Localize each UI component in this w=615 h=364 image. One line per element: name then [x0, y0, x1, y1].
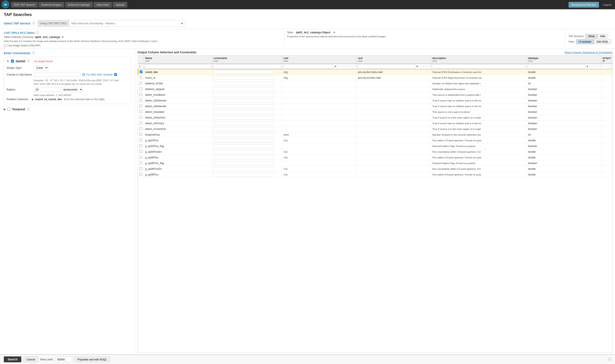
row-checkbox[interactable]: [139, 150, 142, 153]
position-coords: coord_ra, coord_dec: [35, 98, 62, 101]
row-constraints[interactable]: [212, 138, 282, 143]
ned-button[interactable]: ⧉ Try NED then Simbad: [82, 72, 117, 77]
radius-input[interactable]: 10: [34, 87, 59, 92]
unit-filter-input[interactable]: [283, 65, 334, 68]
position-expand-icon[interactable]: ▶: [32, 98, 34, 101]
row-checkbox[interactable]: [139, 116, 142, 119]
spatial-collapse-icon[interactable]: ▼: [7, 60, 9, 63]
tap-service-chevron-icon[interactable]: ▼: [179, 22, 185, 25]
spatial-help-icon[interactable]: ⓘ: [27, 59, 30, 63]
spatial-label: Spatial: [16, 59, 25, 63]
row-checkbox[interactable]: [139, 93, 142, 96]
background-monitor-button[interactable]: Background Monitor: [569, 2, 599, 8]
row-checkbox-cell: [138, 172, 144, 178]
row-checkbox[interactable]: [139, 144, 142, 147]
temporal-expand-icon[interactable]: ▶: [4, 108, 6, 111]
row-constraints[interactable]: [212, 143, 282, 149]
row-constraints[interactable]: [212, 109, 282, 115]
row-constraints[interactable]: [212, 132, 282, 138]
row-limit-input[interactable]: 50000: [55, 357, 72, 362]
row-unit: nJy: [282, 155, 357, 160]
populate-adql-button[interactable]: Populate and edit ADQL: [74, 357, 110, 362]
add-chart-button[interactable]: Add Chart: [94, 2, 112, 8]
row-constraints[interactable]: [212, 87, 282, 92]
collection-chevron-icon[interactable]: ▼: [60, 36, 65, 39]
row-constraints[interactable]: [212, 126, 282, 132]
reset-columns-link[interactable]: Reset Column Selections & Constraints: [564, 51, 613, 54]
external-images-button[interactable]: External Images: [39, 2, 64, 8]
row-name: detect_isDeblende: [144, 104, 212, 109]
row-checkbox[interactable]: [139, 99, 142, 102]
external-catalogs-button[interactable]: External Catalogs: [65, 2, 93, 8]
row-description: This source is not a part of a blend.: [431, 109, 527, 115]
position-label: Position Columns:: [7, 98, 32, 101]
constraints-help-icon[interactable]: ⓘ: [32, 51, 35, 55]
logout-button[interactable]: Logout: [601, 2, 613, 8]
row-checkbox[interactable]: [139, 139, 142, 142]
shape-type-label: Shape Type:: [7, 66, 32, 69]
row-checkbox[interactable]: [139, 88, 142, 90]
row-checkbox-cell: [138, 160, 144, 166]
row-checkbox[interactable]: [140, 70, 142, 73]
upload-button[interactable]: Upload: [113, 2, 127, 8]
name-filter-input[interactable]: [145, 65, 211, 68]
row-constraints[interactable]: [212, 81, 282, 87]
tap-service-url-input[interactable]: [69, 22, 179, 25]
row-checkbox[interactable]: [139, 167, 142, 170]
row-checkbox[interactable]: [139, 104, 142, 107]
row-constraints[interactable]: [212, 92, 282, 98]
row-checkbox[interactable]: [139, 76, 142, 79]
temporal-help-icon[interactable]: ⓘ: [27, 107, 30, 111]
spatial-checkbox[interactable]: [11, 60, 14, 63]
bottom-help-icon[interactable]: ⓘ: [608, 357, 611, 361]
use-image-search-checkbox[interactable]: [4, 44, 7, 47]
rsp-tap-search-button[interactable]: RSP TAP Search: [11, 2, 38, 8]
datatype-filter-input[interactable]: [528, 65, 586, 68]
row-arraysi: [601, 92, 612, 98]
edit-adql-button[interactable]: Edit ADQL: [594, 39, 611, 44]
radius-unit-select[interactable]: arcseconds: [61, 87, 83, 92]
row-constraints[interactable]: [212, 166, 282, 172]
description-filter-input[interactable]: [432, 65, 526, 68]
row-checkbox[interactable]: [139, 82, 142, 85]
table-chevron-icon[interactable]: ▼: [332, 31, 337, 34]
row-name: detect_isPatchInn: [144, 115, 212, 121]
row-constraints[interactable]: [212, 155, 282, 160]
tap-service-help-icon[interactable]: ⓘ: [32, 22, 35, 25]
constraints-filter-input[interactable]: [213, 65, 281, 68]
row-constraints[interactable]: [212, 104, 282, 109]
ned-checkbox[interactable]: [114, 73, 117, 76]
show-button[interactable]: Show: [586, 34, 597, 39]
row-arraysi: [601, 155, 612, 160]
cancel-button[interactable]: Cancel: [23, 357, 38, 362]
search-button[interactable]: Search: [4, 356, 21, 362]
coords-input[interactable]: [34, 72, 81, 77]
ucd-filter-chevron[interactable]: ▼: [416, 65, 418, 68]
ucd-filter-input[interactable]: [358, 65, 415, 68]
row-constraints[interactable]: [212, 149, 282, 155]
row-checkbox[interactable]: [139, 133, 142, 136]
row-constraints[interactable]: [212, 121, 282, 126]
row-checkbox[interactable]: [139, 162, 142, 164]
row-checkbox[interactable]: [139, 127, 142, 130]
tables-help-icon[interactable]: ⓘ: [36, 31, 39, 35]
row-constraints[interactable]: [212, 98, 282, 104]
row-checkbox[interactable]: [139, 110, 142, 113]
ui-assisted-button[interactable]: UI assisted: [576, 39, 594, 44]
row-checkbox[interactable]: [139, 122, 142, 124]
row-constraints[interactable]: [212, 172, 282, 178]
row-checkbox[interactable]: [139, 173, 142, 176]
unit-filter-chevron[interactable]: ▼: [334, 65, 337, 68]
hide-button[interactable]: Hide: [597, 34, 608, 39]
temporal-checkbox[interactable]: [7, 108, 10, 111]
row-constraints[interactable]: [212, 75, 282, 81]
shape-type-select[interactable]: Cone: [34, 65, 48, 70]
datatype-filter-chevron[interactable]: ▼: [586, 65, 589, 68]
row-checkbox[interactable]: [139, 156, 142, 159]
row-checkbox-cell: [138, 87, 144, 92]
column-settings-icon[interactable]: ⚙: [602, 59, 605, 62]
row-constraints[interactable]: [212, 160, 282, 166]
row-constraints[interactable]: [212, 115, 282, 121]
arraysi-header: arraysi ⚙: [601, 55, 612, 64]
row-constraints[interactable]: [212, 69, 282, 75]
